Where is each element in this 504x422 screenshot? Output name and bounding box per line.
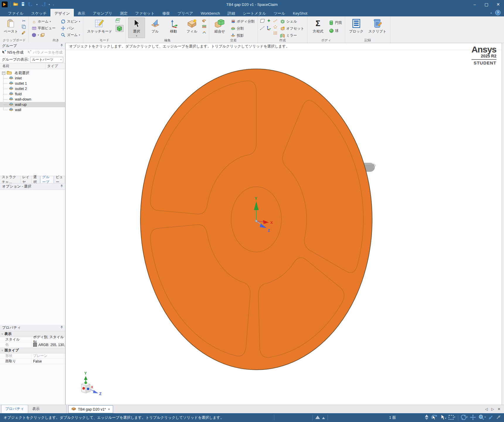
property-row-style[interactable]: スタイル ボディ別, スタイル別 — [0, 337, 65, 342]
scroll-tabs-right-icon[interactable]: ▷ — [491, 407, 494, 411]
pan-button[interactable]: パン — [60, 25, 81, 31]
pull-button[interactable]: プル — [147, 18, 164, 35]
tree-root-named-selections[interactable]: 名前選択 — [0, 70, 65, 76]
pattern-circular-icon[interactable] — [273, 24, 278, 29]
zoom-extents-icon[interactable] — [488, 415, 493, 421]
close-tab-icon[interactable]: ✕ — [498, 407, 500, 411]
menu-tab-デザイン[interactable]: デザイン — [50, 9, 74, 16]
copy-icon[interactable] — [21, 24, 26, 29]
axis-system-icon[interactable] — [266, 25, 271, 30]
tree-item-fluid[interactable]: fluid — [0, 91, 65, 97]
line-icon[interactable] — [260, 25, 265, 30]
tree-item-wall-up[interactable]: wall-up — [0, 102, 65, 107]
selection-updown-icon[interactable] — [425, 414, 429, 421]
script-button[interactable]: スクリプト — [367, 18, 388, 35]
combine-button[interactable]: 組合せ — [211, 18, 228, 35]
qat-customize-icon[interactable]: ⌄ — [52, 3, 55, 6]
spaceclaim-app-icon[interactable] — [2, 1, 8, 7]
menu-tab-ファセット[interactable]: ファセット — [131, 9, 159, 16]
cut-icon[interactable]: ✂ — [21, 18, 26, 23]
zoom-out-arrow-icon[interactable] — [496, 415, 501, 421]
redo-icon[interactable] — [40, 2, 46, 7]
help-icon[interactable]: ? — [495, 10, 500, 15]
panel-tab-ストラクチャ...[interactable]: ストラクチャ... — [0, 176, 21, 183]
menu-tab-ツール[interactable]: ツール — [270, 9, 289, 16]
select-tool-status-icon[interactable] — [440, 414, 446, 421]
column-type[interactable]: タイプ — [45, 63, 65, 69]
point-icon[interactable] — [266, 18, 271, 23]
project-button[interactable]: 投影 — [230, 32, 256, 39]
property-section-facetype[interactable]: ˅面タイプ — [0, 348, 65, 353]
menu-tab-詳細[interactable]: 詳細 — [224, 9, 239, 16]
zoom-view-icon[interactable] — [478, 414, 486, 421]
property-row-color[interactable]: 色 ARGB: 255, 130, 130, — [0, 342, 65, 348]
column-name[interactable]: 名前 — [0, 63, 45, 69]
menu-tab-スケッチ[interactable]: スケッチ — [27, 9, 50, 16]
split-body-button[interactable]: ボディ分割 — [230, 18, 256, 25]
fill-button[interactable]: フィル — [183, 18, 200, 35]
tab-display[interactable]: 表示 — [28, 405, 44, 413]
scroll-tabs-left-icon[interactable]: ◁ — [485, 407, 488, 411]
zoom-button[interactable]: ズーム▾ — [60, 32, 81, 38]
collapse-ribbon-icon[interactable]: ▴ — [491, 11, 492, 14]
tree-item-outlet 2[interactable]: outlet 2 — [0, 86, 65, 91]
group-display-dropdown[interactable]: ルートパーツ ▾ — [30, 57, 63, 63]
sketch-mode-button[interactable]: スケッチモード — [85, 18, 114, 35]
select-tool-button[interactable]: 選択 ▾ — [128, 18, 145, 38]
close-document-icon[interactable]: × — [108, 407, 110, 411]
section-mode-icon[interactable] — [115, 18, 120, 23]
up-to-assembly-dropdown-icon[interactable] — [322, 417, 325, 419]
split-button[interactable]: 分割 — [230, 25, 256, 32]
tree-item-inlet[interactable]: inlet — [0, 76, 65, 81]
solid-mode-icon[interactable] — [115, 25, 124, 32]
menu-tab-シートメタル[interactable]: シートメタル — [239, 9, 270, 16]
panel-tab-選択[interactable]: 選択 — [32, 176, 40, 183]
tree-item-outlet 1[interactable]: outlet 1 — [0, 81, 65, 86]
property-row-chamfer[interactable]: 面取り False — [0, 359, 65, 364]
undo-icon[interactable] — [28, 2, 34, 7]
menu-tab-表示[interactable]: 表示 — [74, 9, 89, 16]
document-tab[interactable]: TB4 gap D20 v1* × — [68, 405, 113, 413]
offset-button[interactable]: オフセット — [279, 25, 305, 32]
open-icon[interactable] — [13, 2, 18, 7]
create-ns-button[interactable]: NSを作成 — [2, 50, 23, 55]
view-options-icon[interactable] — [40, 33, 45, 38]
adjust-icon[interactable] — [202, 30, 207, 35]
menu-tab-測定[interactable]: 測定 — [116, 9, 131, 16]
pin-icon[interactable] — [60, 326, 63, 330]
panel-tab-グループ[interactable]: グループ — [40, 176, 54, 183]
panel-tab-レイヤ[interactable]: レイヤ — [21, 176, 32, 183]
maximize-button[interactable]: ▢ — [481, 0, 492, 9]
block-button[interactable]: ブロック — [347, 18, 365, 35]
pin-icon[interactable] — [60, 184, 63, 189]
shell-button[interactable]: シェル — [279, 18, 305, 25]
plane-icon[interactable] — [260, 18, 265, 23]
create-parameter-button[interactable]: パラメータを作成 — [27, 50, 62, 55]
pattern-grid-icon[interactable] — [273, 30, 278, 35]
redo-dropdown-icon[interactable]: ▾ — [49, 3, 50, 6]
menu-tab-プリペア[interactable]: プリペア — [174, 9, 197, 16]
menu-tab-アセンブリ[interactable]: アセンブリ — [89, 9, 116, 16]
cylinder-button[interactable]: 円筒 — [328, 19, 343, 26]
tree-item-wall[interactable]: wall — [0, 107, 65, 113]
collapse-icon[interactable] — [2, 72, 5, 75]
blend-icon[interactable] — [202, 18, 207, 23]
pan-view-icon[interactable] — [470, 414, 476, 421]
model-scene[interactable]: Y X Z Y X — [66, 43, 502, 405]
spin-view-icon[interactable] — [461, 414, 468, 421]
equation-button[interactable]: Σ 方程式 — [309, 18, 326, 35]
up-to-assembly-icon[interactable] — [315, 416, 320, 419]
panel-tab-ビュー[interactable]: ビュー — [54, 176, 65, 183]
menu-tab-ファイル[interactable]: ファイル — [4, 9, 27, 16]
pin-icon[interactable] — [60, 44, 63, 48]
view-cube-button[interactable]: ▾ — [31, 32, 57, 38]
box-select-icon[interactable] — [449, 414, 456, 421]
format-painter-icon[interactable] — [21, 30, 26, 35]
menu-tab-KeyShot[interactable]: KeyShot — [289, 9, 311, 16]
paste-button[interactable]: ペースト — [2, 18, 20, 35]
select-previous-icon[interactable] — [431, 414, 437, 421]
tree-item-wall-down[interactable]: wall-down — [0, 97, 65, 102]
menu-tab-修復[interactable]: 修復 — [159, 9, 174, 16]
view-orientation-triad[interactable]: Y X Z — [81, 371, 102, 396]
plan-view-button[interactable]: 平面ビュー — [31, 25, 57, 31]
